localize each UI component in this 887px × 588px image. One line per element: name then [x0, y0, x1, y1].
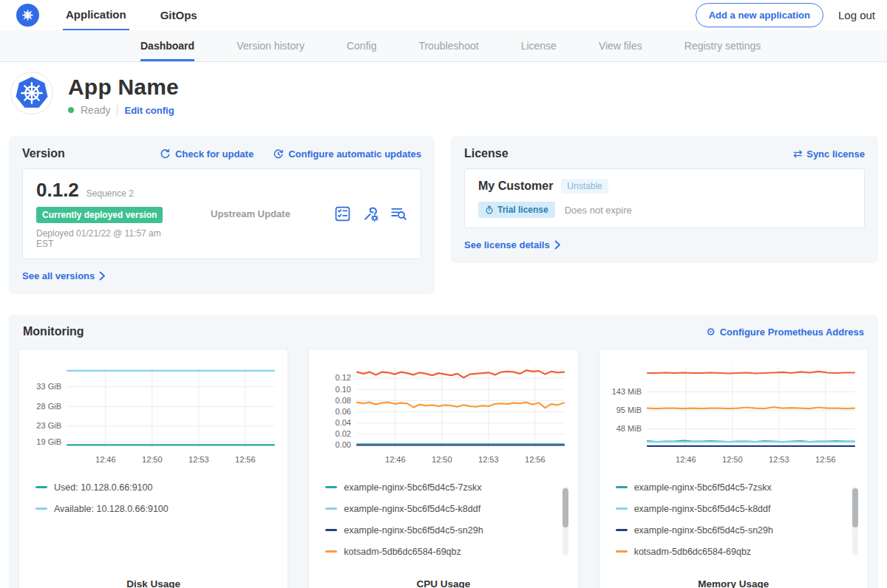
- see-license-details-link[interactable]: See license details: [464, 239, 561, 250]
- svg-text:12:56: 12:56: [815, 455, 836, 464]
- svg-text:0.02: 0.02: [336, 429, 351, 438]
- legend-swatch: [35, 486, 47, 488]
- check-for-update-label: Check for update: [175, 148, 254, 160]
- legend-item: kotsadm-5db6dc6584-69qbz: [325, 541, 577, 562]
- tab-version-history[interactable]: Version history: [237, 30, 305, 61]
- chart-card-cpu: 0.120.100.080.060.040.020.0012:4612:5012…: [308, 349, 578, 588]
- svg-text:12:46: 12:46: [95, 455, 116, 464]
- svg-text:0.06: 0.06: [336, 407, 351, 416]
- svg-text:12:46: 12:46: [676, 455, 696, 464]
- config-wrench-icon[interactable]: [362, 205, 379, 222]
- version-card-title: Version: [22, 147, 65, 160]
- legend-label: kotsadm-5db6dc6584-69qbz: [634, 547, 751, 557]
- chart-plot-memory: 143 MiB95 MiB48 MiB12:4612:5012:5312:56: [606, 359, 861, 470]
- legend-label: Available: 10.128.0.66:9100: [54, 504, 169, 514]
- svg-text:23 GiB: 23 GiB: [36, 421, 61, 430]
- legend-scrollbar-thumb[interactable]: [852, 488, 858, 527]
- svg-text:19 GiB: 19 GiB: [36, 437, 61, 446]
- sync-license-label: Sync license: [806, 148, 865, 160]
- svg-text:12:50: 12:50: [432, 455, 452, 464]
- svg-text:12:50: 12:50: [142, 455, 163, 464]
- legend-swatch: [616, 486, 628, 488]
- tab-application[interactable]: Application: [63, 0, 129, 30]
- top-navbar: Application GitOps Add a new application…: [0, 0, 887, 30]
- svg-text:12:53: 12:53: [478, 455, 499, 464]
- tab-troubleshoot[interactable]: Troubleshoot: [418, 30, 478, 61]
- chart-card-memory: 143 MiB95 MiB48 MiB12:4612:5012:5312:56e…: [599, 349, 869, 588]
- chart-title-memory: Memory Usage: [599, 578, 868, 588]
- see-all-versions-label: See all versions: [22, 270, 95, 281]
- svg-text:28 GiB: 28 GiB: [36, 402, 61, 411]
- legend-item: Available: 10.128.0.66:9100: [35, 498, 288, 519]
- app-header: App Name Ready Edit config: [0, 62, 887, 126]
- configure-automatic-updates-label: Configure automatic updates: [288, 148, 421, 160]
- license-expiry-text: Does not expire: [565, 205, 632, 216]
- legend-swatch: [325, 486, 337, 488]
- sync-license-link[interactable]: ⇄ Sync license: [793, 148, 865, 160]
- legend-label: example-nginx-5bc6f5d4c5-7zskx: [634, 482, 772, 493]
- version-source-label: Upstream Update: [211, 208, 290, 219]
- legend-label: example-nginx-5bc6f5d4c5-k8ddf: [344, 504, 480, 514]
- logout-button[interactable]: Log out: [838, 9, 875, 21]
- legend-swatch: [35, 507, 47, 510]
- chart-legend-disk: Used: 10.128.0.66:9100Available: 10.128.…: [19, 476, 288, 519]
- version-number: 0.1.2: [36, 179, 79, 202]
- chart-title-disk: Disk Usage: [19, 578, 288, 588]
- check-for-update-link[interactable]: Check for update: [160, 148, 254, 160]
- svg-text:0.10: 0.10: [336, 385, 351, 394]
- license-card-title: License: [464, 147, 509, 160]
- legend-swatch: [325, 507, 337, 510]
- primary-tabs: Application GitOps: [63, 0, 200, 30]
- preflight-checks-icon[interactable]: [334, 205, 351, 222]
- legend-swatch: [325, 529, 337, 531]
- tab-dashboard[interactable]: Dashboard: [140, 30, 194, 61]
- chart-card-disk: 33 GiB28 GiB23 GiB19 GiB12:4612:5012:531…: [18, 349, 288, 588]
- divider: [117, 105, 118, 116]
- tab-gitops[interactable]: GitOps: [157, 0, 200, 30]
- see-all-versions-link[interactable]: See all versions: [22, 270, 106, 281]
- sync-icon: ⇄: [793, 148, 803, 160]
- configure-prometheus-link[interactable]: ⚙ Configure Prometheus Address: [706, 327, 864, 338]
- monitoring-section: Monitoring ⚙ Configure Prometheus Addres…: [9, 315, 878, 588]
- legend-item: example-nginx-5bc6f5d4c5-7zskx: [616, 476, 868, 498]
- gear-icon: ⚙: [706, 327, 716, 337]
- svg-text:12:53: 12:53: [188, 455, 209, 464]
- configure-prometheus-label: Configure Prometheus Address: [720, 327, 864, 338]
- trial-license-label: Trial license: [497, 205, 548, 215]
- see-license-details-label: See license details: [464, 239, 550, 250]
- app-title: App Name: [68, 75, 179, 100]
- tab-license[interactable]: License: [521, 30, 557, 61]
- legend-label: example-nginx-5bc6f5d4c5-k8ddf: [634, 504, 771, 514]
- deploy-logs-icon[interactable]: [390, 205, 407, 222]
- legend-item: example-nginx-5bc6f5d4c5-k8ddf: [325, 498, 577, 519]
- legend-label: example-nginx-5bc6f5d4c5-7zskx: [344, 482, 481, 493]
- stopwatch-icon: [485, 205, 494, 214]
- legend-label: kotsadm-5db6dc6584-69qbz: [344, 547, 461, 557]
- add-application-button[interactable]: Add a new application: [696, 3, 823, 27]
- app-kubernetes-icon: [10, 72, 53, 114]
- svg-text:143 MiB: 143 MiB: [611, 387, 641, 396]
- ready-status-dot: [68, 107, 74, 113]
- configure-automatic-updates-link[interactable]: Configure automatic updates: [273, 148, 421, 160]
- chart-legend-memory: example-nginx-5bc6f5d4c5-7zskxexample-ng…: [599, 476, 868, 562]
- legend-scrollbar-thumb[interactable]: [563, 488, 568, 527]
- legend-item: example-nginx-5bc6f5d4c5-k8ddf: [616, 498, 868, 519]
- legend-swatch: [325, 550, 337, 553]
- svg-text:48 MiB: 48 MiB: [616, 424, 641, 433]
- currently-deployed-badge: Currently deployed version: [36, 207, 163, 223]
- tab-config[interactable]: Config: [347, 30, 376, 61]
- svg-text:0.00: 0.00: [336, 440, 351, 449]
- legend-item: example-nginx-5bc6f5d4c5-7zskx: [325, 476, 577, 498]
- app-subnav: Dashboard Version history Config Trouble…: [0, 30, 887, 62]
- chart-plot-cpu: 0.120.100.080.060.040.020.0012:4612:5012…: [316, 359, 571, 470]
- chevron-right-icon: [554, 240, 561, 250]
- refresh-icon: [160, 148, 171, 160]
- legend-swatch: [616, 550, 628, 553]
- tab-registry-settings[interactable]: Registry settings: [684, 30, 761, 61]
- legend-label: example-nginx-5bc6f5d4c5-sn29h: [344, 525, 483, 536]
- trial-license-badge: Trial license: [478, 202, 555, 218]
- svg-text:0.12: 0.12: [336, 373, 351, 382]
- version-card: Version Check for update Configure autom…: [9, 136, 435, 294]
- edit-config-link[interactable]: Edit config: [124, 105, 174, 116]
- tab-view-files[interactable]: View files: [599, 30, 642, 61]
